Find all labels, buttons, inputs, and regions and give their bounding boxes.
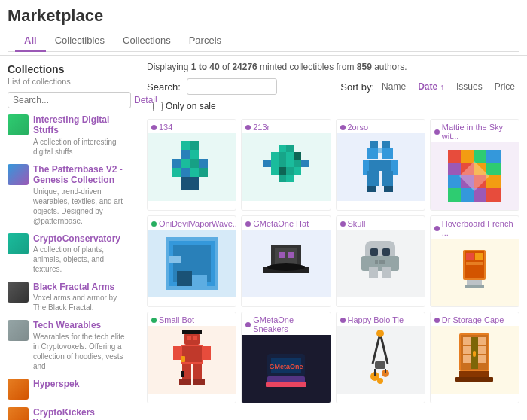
search-sort-bar: Search: Sort by: Name Date ↑ Issues Pric…	[147, 78, 519, 111]
dot-icon	[151, 125, 157, 130]
collectibles-grid: 134 213r	[147, 119, 519, 403]
sort-section: Sort by: Name Date ↑ Issues Price	[340, 80, 519, 93]
item-image	[337, 326, 425, 394]
svg-rect-43	[382, 171, 393, 186]
grid-item[interactable]: Dr Storage Cape	[430, 312, 519, 403]
item-image	[242, 133, 330, 201]
collection-info: Hyperspek	[33, 379, 131, 389]
item-image: GMetaOne	[242, 335, 330, 403]
svg-rect-101	[179, 379, 191, 385]
grid-item[interactable]: Small Bot	[147, 312, 236, 403]
collection-avatar	[8, 379, 29, 400]
svg-rect-93	[187, 336, 191, 340]
svg-rect-54	[486, 163, 501, 175]
svg-rect-80	[370, 248, 378, 256]
collection-desc: Voxel arms and armor by The Black Fracta…	[33, 293, 131, 312]
sidebar-search-input[interactable]	[8, 92, 131, 108]
item-name: Skull	[348, 219, 366, 228]
svg-rect-78	[369, 267, 378, 278]
dot-icon	[151, 318, 157, 323]
grid-item[interactable]: GMetaOne Sneakers GMetaOne	[241, 312, 331, 403]
grid-item-label: Dr Storage Cape	[431, 312, 519, 326]
item-name: OniDevilVaporWave...	[159, 219, 236, 228]
collection-name: Tech Wearables	[33, 320, 131, 330]
svg-rect-82	[375, 260, 378, 264]
grid-item[interactable]: Mattie in the Sky wit...	[430, 119, 519, 211]
svg-rect-104	[181, 371, 184, 377]
item-image	[431, 142, 519, 210]
tab-collectibles[interactable]: Collectibles	[46, 30, 114, 52]
sidebar-item-collection[interactable]: Interesting Digital Stuffs A collection …	[8, 114, 131, 157]
dot-icon	[340, 125, 346, 130]
sort-issues-btn[interactable]: Issues	[452, 80, 487, 93]
sidebar-item-collection[interactable]: Black Fractal Arms Voxel arms and armor …	[8, 282, 131, 312]
sidebar-search-row: Detail	[8, 92, 131, 108]
svg-rect-91	[465, 285, 484, 288]
grid-item[interactable]: 134	[147, 119, 236, 211]
item-image	[431, 239, 519, 306]
only-sale-checkbox[interactable]	[153, 102, 163, 111]
grid-item-label: Skull	[337, 216, 425, 230]
svg-rect-15	[190, 186, 199, 190]
svg-rect-1	[190, 141, 199, 150]
grid-item[interactable]: GMetaOne Hat	[241, 215, 331, 307]
svg-point-114	[376, 330, 384, 337]
grid-item[interactable]: 213r	[241, 119, 331, 211]
collection-desc: Unique, trend-driven wearables, textiles…	[33, 187, 131, 226]
svg-rect-98	[203, 346, 211, 360]
tab-collections[interactable]: Collections	[114, 30, 180, 52]
tab-all[interactable]: All	[15, 30, 46, 52]
svg-rect-90	[467, 280, 482, 285]
search-input[interactable]	[187, 78, 277, 95]
sidebar-subtitle: List of collections	[8, 77, 131, 86]
sidebar-item-collection[interactable]: CryptoConservatory A collection of plant…	[8, 233, 131, 274]
svg-rect-29	[279, 167, 286, 175]
svg-rect-130	[473, 351, 476, 357]
item-image	[148, 230, 236, 297]
svg-rect-59	[448, 188, 461, 202]
svg-rect-36	[367, 148, 378, 159]
dot-icon	[245, 221, 251, 227]
svg-rect-60	[461, 188, 474, 202]
svg-rect-62	[486, 188, 501, 202]
item-image	[431, 326, 519, 394]
svg-rect-111	[266, 382, 306, 387]
grid-item-label: Mattie in the Sky wit...	[431, 120, 519, 142]
grid-item[interactable]: OniDevilVaporWave...	[147, 215, 236, 307]
collection-info: CryptoConservatory A collection of plant…	[33, 233, 131, 274]
grid-item[interactable]: 2orso	[336, 119, 425, 211]
only-on-sale: Only on sale	[153, 101, 216, 111]
svg-rect-17	[286, 145, 294, 152]
svg-rect-39	[367, 160, 393, 171]
svg-rect-61	[474, 188, 486, 202]
svg-rect-97	[173, 346, 181, 360]
item-image	[337, 133, 425, 201]
svg-rect-89	[466, 262, 483, 265]
svg-rect-32	[279, 175, 286, 182]
svg-text:GMetaOne: GMetaOne	[269, 363, 303, 370]
svg-rect-67	[177, 271, 192, 286]
grid-item[interactable]: Happy Bolo Tie	[336, 312, 425, 403]
item-name: 2orso	[348, 123, 369, 132]
collection-name: Black Fractal Arms	[33, 282, 131, 292]
tab-parcels[interactable]: Parcels	[180, 30, 230, 52]
sort-name-btn[interactable]: Name	[377, 80, 410, 93]
dot-icon	[434, 226, 440, 231]
sidebar-item-collection[interactable]: CryptoKickers Wearables Footwear for the…	[8, 407, 131, 420]
grid-item[interactable]: Hoverboard French ...	[430, 215, 519, 307]
svg-rect-12	[181, 177, 190, 186]
grid-item[interactable]: Skull	[336, 215, 425, 307]
sort-date-btn[interactable]: Date ↑	[413, 80, 449, 93]
grid-item-label: Happy Bolo Tie	[337, 312, 425, 326]
dot-icon	[245, 125, 251, 130]
sidebar-item-collection[interactable]: Hyperspek	[8, 379, 131, 400]
svg-rect-11	[199, 168, 208, 177]
sort-price-btn[interactable]: Price	[490, 80, 519, 93]
svg-rect-55	[448, 175, 461, 188]
item-name: Small Bot	[159, 315, 194, 324]
collection-desc: A collection of plants, animals, objects…	[33, 245, 131, 274]
sidebar-item-collection[interactable]: The Patternbase V2 - Genesis Collection …	[8, 164, 131, 226]
sidebar-item-collection[interactable]: Tech Wearables Wearables for the tech el…	[8, 320, 131, 370]
collection-info: Tech Wearables Wearables for the tech el…	[33, 320, 131, 370]
svg-rect-9	[181, 168, 190, 177]
